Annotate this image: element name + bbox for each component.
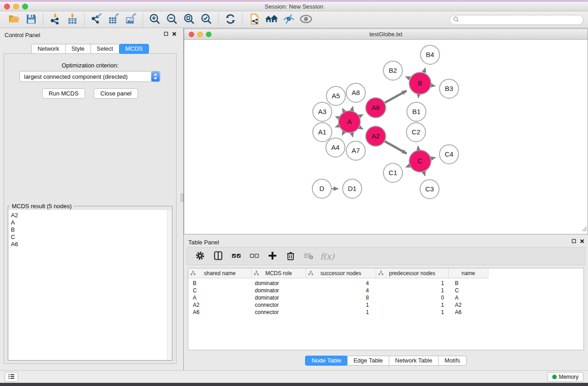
edge-B-B2[interactable] bbox=[406, 76, 410, 78]
resize-grip[interactable] bbox=[581, 225, 587, 234]
edge-A-A3[interactable] bbox=[335, 117, 339, 118]
result-list-item[interactable]: B bbox=[11, 226, 167, 234]
node-C2[interactable]: C2 bbox=[406, 123, 425, 142]
optimization-criterion-select[interactable]: largest connected component (directed) bbox=[19, 71, 161, 82]
open-session-button[interactable] bbox=[5, 12, 23, 27]
function-builder-button[interactable]: f(x) bbox=[319, 249, 335, 263]
table-row[interactable]: Cdominator41C bbox=[188, 287, 583, 294]
edge-C-C3[interactable] bbox=[424, 172, 425, 176]
tab-edge-table[interactable]: Edge Table bbox=[347, 356, 389, 366]
network-canvas[interactable]: B4B2BB3B1A6A5A8A3AA1A4A7A2C2CC4C1C3DD1 bbox=[184, 40, 588, 234]
node-B2[interactable]: B2 bbox=[383, 61, 402, 80]
search-box[interactable] bbox=[449, 15, 583, 25]
edge-A2-C[interactable] bbox=[385, 141, 406, 153]
tab-mcds[interactable]: MCDS bbox=[119, 44, 149, 54]
minimize-network-button[interactable] bbox=[197, 32, 203, 37]
node-B4[interactable]: B4 bbox=[421, 45, 440, 64]
home-button[interactable] bbox=[263, 12, 280, 27]
add-column-button[interactable] bbox=[265, 249, 280, 263]
run-mcds-button[interactable]: Run MCDS bbox=[42, 88, 86, 99]
show-hidden-button[interactable] bbox=[297, 12, 315, 27]
zoom-out-button[interactable] bbox=[163, 12, 181, 27]
node-A4[interactable]: A4 bbox=[326, 138, 345, 157]
edge-A-A5[interactable] bbox=[342, 108, 344, 111]
float-panel-icon[interactable] bbox=[572, 239, 576, 243]
node-A8[interactable]: A8 bbox=[346, 83, 365, 102]
edge-B-B4[interactable] bbox=[424, 68, 425, 72]
edge-B-B1[interactable] bbox=[418, 95, 419, 98]
table-row[interactable]: A6connector11A6 bbox=[188, 309, 583, 316]
node-A6[interactable]: A6 bbox=[366, 98, 386, 118]
edge-A-A8[interactable] bbox=[352, 106, 353, 110]
result-list-item[interactable]: A2 bbox=[11, 212, 167, 219]
delete-columns-button[interactable] bbox=[283, 249, 298, 263]
column-header-name[interactable]: name bbox=[449, 268, 488, 278]
result-scrollbar[interactable] bbox=[167, 210, 172, 360]
export-table-button[interactable] bbox=[105, 12, 122, 27]
new-network-from-selection-button[interactable] bbox=[246, 12, 263, 27]
network-graph[interactable]: B4B2BB3B1A6A5A8A3AA1A4A7A2C2CC4C1C3DD1 bbox=[184, 40, 588, 234]
float-panel-icon[interactable] bbox=[164, 32, 168, 36]
node-C[interactable]: C bbox=[409, 150, 431, 172]
node-A1[interactable]: A1 bbox=[313, 123, 332, 142]
tab-select[interactable]: Select bbox=[91, 44, 120, 54]
node-D[interactable]: D bbox=[312, 179, 331, 198]
tab-style[interactable]: Style bbox=[65, 44, 91, 54]
select-all-columns-button[interactable] bbox=[229, 249, 244, 263]
result-list-item[interactable]: A6 bbox=[11, 241, 167, 248]
column-header-shared-name[interactable]: shared name bbox=[188, 268, 252, 278]
panel-splitter[interactable] bbox=[180, 28, 184, 370]
node-C4[interactable]: C4 bbox=[440, 145, 459, 164]
table-row[interactable]: A2connector11A2 bbox=[188, 301, 583, 309]
export-network-button[interactable] bbox=[88, 12, 105, 27]
minimize-window-button[interactable] bbox=[13, 4, 19, 10]
edge-A-A2[interactable] bbox=[359, 127, 363, 129]
edge-C-C2[interactable] bbox=[418, 146, 418, 150]
edge-A-A7[interactable] bbox=[352, 133, 353, 137]
node-B[interactable]: B bbox=[409, 72, 431, 94]
node-A7[interactable]: A7 bbox=[346, 141, 365, 160]
result-list-item[interactable]: A bbox=[11, 219, 167, 226]
table-settings-button[interactable] bbox=[192, 249, 208, 263]
node-A5[interactable]: A5 bbox=[326, 86, 345, 105]
column-header-mcds-role[interactable]: MCDS role bbox=[252, 268, 306, 278]
export-image-button[interactable] bbox=[122, 12, 139, 27]
node-B3[interactable]: B3 bbox=[440, 79, 459, 98]
column-header-predecessor-nodes[interactable]: predecessor nodes bbox=[376, 268, 449, 278]
search-input[interactable] bbox=[461, 16, 583, 24]
task-history-button[interactable] bbox=[5, 372, 18, 382]
splitter-grip-icon[interactable] bbox=[181, 194, 183, 202]
edge-A-A1[interactable] bbox=[335, 126, 339, 127]
memory-button[interactable]: Memory bbox=[547, 372, 583, 382]
table-row[interactable]: Bdominator41B bbox=[188, 280, 583, 287]
edge-A6-B[interactable] bbox=[385, 91, 406, 102]
zoom-network-button[interactable] bbox=[206, 32, 211, 37]
close-panel-button[interactable]: Close panel bbox=[94, 88, 139, 99]
refresh-view-button[interactable] bbox=[222, 12, 239, 27]
tab-node-table[interactable]: Node Table bbox=[305, 356, 348, 366]
close-window-button[interactable] bbox=[4, 4, 10, 10]
node-B1[interactable]: B1 bbox=[407, 102, 426, 121]
edge-C-C4[interactable] bbox=[431, 157, 435, 158]
result-list-item[interactable]: C bbox=[11, 234, 167, 241]
unselect-all-columns-button[interactable] bbox=[247, 249, 262, 263]
zoom-in-button[interactable] bbox=[146, 12, 163, 27]
import-table-button[interactable] bbox=[64, 12, 81, 27]
show-columns-button[interactable] bbox=[210, 249, 226, 263]
node-D1[interactable]: D1 bbox=[343, 179, 362, 198]
zoom-fit-button[interactable] bbox=[181, 12, 198, 27]
edge-B-B3[interactable] bbox=[431, 86, 435, 86]
node-A[interactable]: A bbox=[339, 111, 360, 133]
save-session-button[interactable] bbox=[23, 12, 40, 27]
close-panel-icon[interactable] bbox=[580, 239, 584, 243]
edge-C-C1[interactable] bbox=[406, 166, 410, 167]
column-header-successor-nodes[interactable]: successor nodes bbox=[306, 268, 376, 278]
delete-table-button[interactable] bbox=[301, 249, 316, 263]
zoom-selected-button[interactable] bbox=[198, 12, 215, 27]
zoom-window-button[interactable] bbox=[22, 4, 28, 10]
node-C1[interactable]: C1 bbox=[383, 163, 402, 182]
tab-network-table[interactable]: Network Table bbox=[389, 356, 439, 366]
edge-A-A6[interactable] bbox=[359, 114, 363, 116]
edge-A-A4[interactable] bbox=[342, 132, 344, 135]
node-A2[interactable]: A2 bbox=[366, 126, 386, 146]
